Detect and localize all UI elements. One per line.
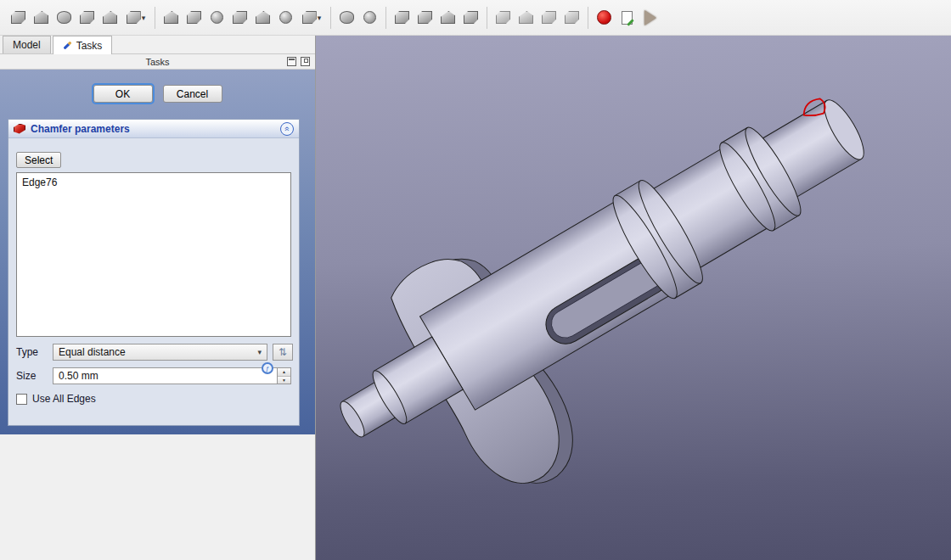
cad-tool-icon[interactable] [251, 6, 274, 30]
crankshaft-model[interactable] [316, 41, 931, 554]
float-square [304, 59, 308, 63]
cad-tool-icon[interactable] [537, 6, 560, 30]
toolbar-group-measure [492, 6, 583, 30]
execute-macro-button[interactable] [639, 6, 661, 30]
task-dialog-buttons: OK Cancel [0, 85, 315, 103]
fx-glyph: ƒ [266, 365, 269, 372]
solid-box-icon [233, 11, 247, 24]
type-label: Type [16, 346, 53, 358]
freecad-window: ▾ ▾ [0, 0, 951, 560]
cad-tool-icon[interactable] [414, 6, 436, 30]
type-row: Type Equal distance ▾ ⇅ [16, 344, 293, 361]
expression-editor-icon[interactable]: ƒ [262, 362, 273, 374]
cancel-button[interactable]: Cancel [163, 85, 222, 103]
solid-cylinder-icon [57, 11, 71, 24]
cad-tool-icon[interactable] [436, 6, 459, 30]
edge-list[interactable]: Edge76 [16, 172, 291, 337]
solid-cylinder-icon [340, 11, 354, 24]
cad-tool-icon[interactable] [7, 6, 30, 30]
dropdown-arrow-icon: ▾ [142, 14, 146, 22]
cad-tool-icon[interactable] [459, 6, 482, 30]
solid-sphere-icon [279, 11, 292, 24]
macro-document-icon [622, 11, 633, 25]
cad-tool-icon[interactable] [274, 6, 297, 30]
edit-macro-button[interactable] [616, 6, 639, 30]
toolbar-separator [330, 7, 331, 29]
cad-tool-icon[interactable] [76, 6, 98, 30]
chevron-down-icon: ▾ [257, 348, 262, 356]
solid-wedge-icon [34, 11, 48, 24]
solid-sphere-icon [211, 11, 223, 24]
tab-model[interactable]: Model [3, 36, 51, 53]
left-dock-panel: Model Tasks Tasks OK Cancel Chamfe [0, 36, 316, 560]
chevron-up-icon: » [283, 126, 291, 132]
solid-wedge-icon [164, 11, 178, 24]
ok-button[interactable]: OK [93, 85, 153, 103]
cad-tool-dropdown-button[interactable]: ▾ [297, 6, 326, 30]
chamfer-type-select[interactable]: Equal distance ▾ [53, 344, 267, 361]
cad-tool-dropdown-button[interactable]: ▾ [121, 6, 150, 30]
size-label: Size [16, 370, 53, 382]
solid-box-icon [80, 11, 94, 24]
chamfer-parameters-group: Chamfer parameters » Select Edge76 Type … [8, 119, 300, 426]
tasks-panel-caption: Tasks [0, 54, 315, 70]
panel-tab-bar: Model Tasks [0, 36, 315, 54]
tab-tasks[interactable]: Tasks [53, 36, 113, 54]
chamfer-icon [14, 124, 25, 134]
solid-box-icon [127, 11, 141, 24]
toolbar-group-operations: ▾ [160, 6, 326, 30]
cad-tool-icon[interactable] [53, 6, 76, 30]
solid-box-icon [395, 11, 409, 24]
select-edges-button[interactable]: Select [16, 152, 61, 168]
solid-box-icon [565, 11, 579, 24]
cad-tool-icon[interactable] [228, 6, 251, 30]
pen-icon [63, 42, 71, 50]
toolbar-separator [155, 7, 155, 29]
size-input[interactable]: 0.50 mm ƒ ▲ ▼ [53, 367, 291, 384]
solid-wedge-icon [441, 11, 455, 24]
solid-box-icon [496, 11, 510, 24]
size-value: 0.50 mm [53, 370, 277, 382]
edge-list-item[interactable]: Edge76 [22, 176, 285, 189]
tab-tasks-label: Tasks [76, 40, 103, 52]
swap-arrows-icon: ⇅ [279, 346, 287, 358]
dock-bar [289, 59, 295, 60]
3d-viewport[interactable] [316, 36, 951, 560]
solid-wedge-icon [256, 11, 270, 24]
size-spinner: ▲ ▼ [277, 368, 290, 384]
chamfer-type-value: Equal distance [59, 346, 257, 358]
use-all-edges-checkbox[interactable] [16, 394, 27, 405]
cad-tool-icon[interactable] [358, 6, 381, 30]
use-all-edges-label: Use All Edges [32, 393, 96, 405]
solid-sphere-icon [363, 11, 376, 24]
tasks-panel: OK Cancel Chamfer parameters » Select Ed… [0, 70, 315, 434]
use-all-edges-row: Use All Edges [16, 393, 96, 405]
panel-empty-area [0, 434, 315, 560]
cad-tool-icon[interactable] [30, 6, 53, 30]
solid-box-icon [542, 11, 556, 24]
cad-tool-icon[interactable] [183, 6, 205, 30]
cad-tool-icon[interactable] [98, 6, 121, 30]
toolbar-group-macro [593, 6, 661, 30]
float-panel-icon[interactable] [301, 57, 310, 66]
tab-model-label: Model [13, 39, 41, 51]
toolbar: ▾ ▾ [0, 0, 951, 36]
flip-direction-button[interactable]: ⇅ [273, 344, 293, 361]
cad-tool-icon[interactable] [492, 6, 515, 30]
cad-tool-icon[interactable] [205, 6, 228, 30]
spin-up-button[interactable]: ▲ [278, 368, 290, 377]
cad-tool-icon[interactable] [160, 6, 183, 30]
spin-down-button[interactable]: ▼ [278, 377, 290, 384]
solid-box-icon [464, 11, 478, 24]
dock-panel-icon[interactable] [287, 57, 296, 66]
solid-box-icon [187, 11, 201, 24]
cad-tool-icon[interactable] [335, 6, 358, 30]
collapse-group-button[interactable]: » [280, 122, 294, 136]
cad-tool-icon[interactable] [515, 6, 537, 30]
toolbar-group-primitives: ▾ [7, 6, 150, 30]
cad-tool-icon[interactable] [560, 6, 583, 30]
record-macro-button[interactable] [593, 6, 616, 30]
pencil-icon [627, 19, 633, 25]
cad-tool-icon[interactable] [391, 6, 414, 30]
chamfer-group-header[interactable]: Chamfer parameters » [8, 120, 299, 138]
